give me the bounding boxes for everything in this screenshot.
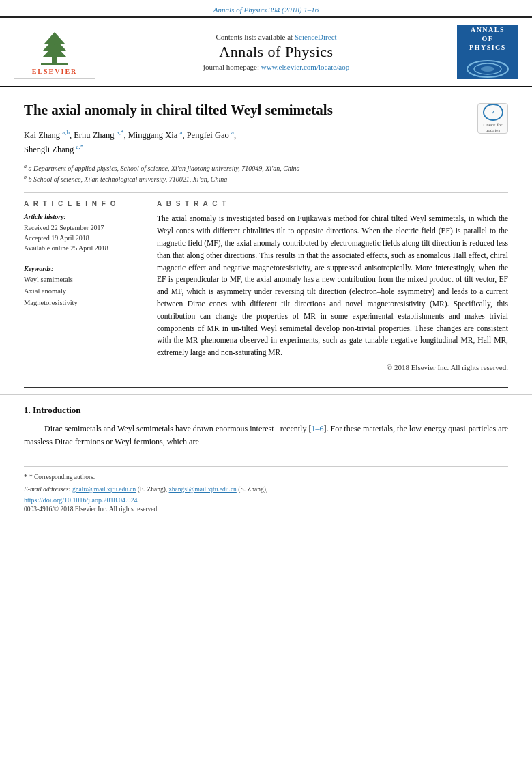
badge-title-text: ANNALS OF PHYSICS — [469, 25, 506, 52]
article-title: The axial anomaly in chiral tilted Weyl … — [24, 101, 508, 119]
keywords-group: Keywords: Weyl semimetals Axial anomaly … — [24, 265, 134, 314]
asterisk-icon: * — [24, 472, 28, 481]
footer-divider — [24, 466, 508, 467]
abstract-text: The axial anomaly is investigated based … — [157, 213, 508, 359]
section-divider — [24, 387, 508, 388]
keyword-3: Magnetoresistivity — [24, 298, 134, 309]
journal-citation-bar: Annals of Physics 394 (2018) 1–16 — [0, 0, 532, 18]
info-abstract-section: A R T I C L E I N F O Article history: R… — [24, 200, 508, 371]
article-info-column: A R T I C L E I N F O Article history: R… — [24, 200, 143, 371]
journal-title-text: Annals of Physics — [219, 43, 333, 61]
journal-homepage-line: journal homepage: www.elsevier.com/locat… — [203, 63, 349, 71]
elsevier-brand-text: ELSEVIER — [32, 68, 78, 75]
journal-center-info: Contents lists available at ScienceDirec… — [102, 25, 450, 79]
svg-marker-4 — [42, 44, 67, 57]
article-content: ✓ Check for updates The axial anomaly in… — [0, 87, 532, 382]
divider-line — [24, 192, 508, 193]
ref-1-6-link[interactable]: 1–6 — [312, 424, 324, 433]
email-addresses-line: E-mail addresses: gnaliz@mail.xjtu.edu.c… — [24, 485, 508, 494]
check-for-updates-badge[interactable]: ✓ Check for updates — [477, 103, 508, 134]
badge-wave-icon — [457, 55, 518, 79]
journal-homepage-link[interactable]: www.elsevier.com/locate/aop — [261, 63, 349, 71]
copyright-text: © 2018 Elsevier Inc. All rights reserved… — [157, 363, 508, 371]
accepted-date: Accepted 19 April 2018 — [24, 233, 134, 243]
journal-header: ELSEVIER Contents lists available at Sci… — [0, 18, 532, 87]
article-info-label: A R T I C L E I N F O — [24, 200, 134, 207]
authors-list: Kai Zhang a,b, Erhu Zhang a,*, Minggang … — [24, 128, 508, 156]
corresponding-author-note: * * Corresponding authors. — [24, 471, 508, 483]
abstract-column: A B S T R A C T The axial anomaly is inv… — [157, 200, 508, 371]
elsevier-logo: ELSEVIER — [14, 25, 95, 79]
contents-available-line: Contents lists available at ScienceDirec… — [216, 33, 336, 41]
keyword-1: Weyl semimetals — [24, 274, 134, 286]
email-1-link[interactable]: gnaliz@mail.xjtu.edu.cn — [72, 486, 136, 493]
check-updates-icon: ✓ — [483, 104, 503, 121]
check-updates-label: Check for updates — [478, 122, 507, 133]
received-date: Received 22 September 2017 — [24, 223, 134, 233]
introduction-paragraph: Dirac semimetals and Weyl semimetals hav… — [24, 422, 508, 448]
history-heading: Article history: — [24, 213, 134, 220]
sciencedirect-link[interactable]: ScienceDirect — [295, 33, 337, 41]
keywords-heading: Keywords: — [24, 265, 134, 272]
abstract-label: A B S T R A C T — [157, 200, 508, 207]
introduction-section: 1. Introduction Dirac semimetals and Wey… — [0, 394, 532, 455]
article-history-group: Article history: Received 22 September 2… — [24, 213, 134, 259]
issn-copyright: 0003-4916/© 2018 Elsevier Inc. All right… — [24, 506, 508, 513]
svg-point-7 — [481, 66, 494, 72]
keyword-2: Axial anomaly — [24, 286, 134, 298]
journal-citation-text: Annals of Physics 394 (2018) 1–16 — [213, 5, 319, 14]
doi-link[interactable]: https://doi.org/10.1016/j.aop.2018.04.02… — [24, 496, 508, 504]
page: Annals of Physics 394 (2018) 1–16 ELSEVI… — [0, 0, 532, 774]
elsevier-tree-icon — [27, 29, 82, 66]
introduction-heading: 1. Introduction — [24, 405, 508, 416]
annals-physics-badge: ANNALS OF PHYSICS — [457, 25, 518, 79]
email-2-link[interactable]: zhangsl@mail.xjtu.edu.cn — [169, 486, 237, 493]
affiliations: a a Department of applied physics, Schoo… — [24, 162, 508, 185]
page-footer: * * Corresponding authors. E-mail addres… — [0, 459, 532, 518]
svg-rect-1 — [41, 63, 68, 65]
available-date: Available online 25 April 2018 — [24, 243, 134, 253]
